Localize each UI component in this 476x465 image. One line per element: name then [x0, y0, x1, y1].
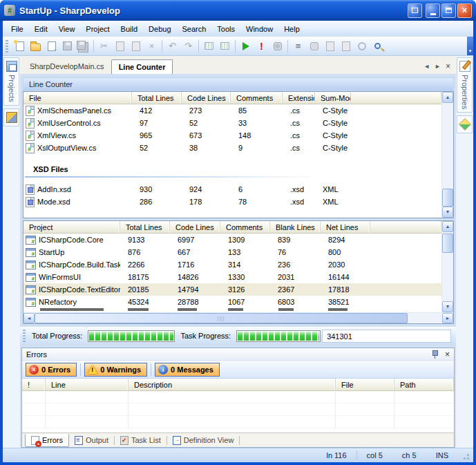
menu-edit[interactable]: Edit [29, 22, 53, 36]
column-header[interactable]: Project [23, 221, 120, 233]
sidebar-item-properties[interactable]: Properties [457, 57, 473, 113]
menu-view[interactable]: View [53, 22, 81, 36]
title-bar[interactable]: # StartUp - SharpDevelop × [0, 0, 476, 21]
column-header[interactable]: Blank Lines [270, 221, 321, 233]
run-button[interactable] [238, 39, 254, 54]
messages-filter-button[interactable]: i 0 Messages [155, 363, 220, 377]
toolbar-overflow-button[interactable]: ▼ [467, 37, 473, 55]
tab-output[interactable]: Output [69, 434, 114, 447]
table-row[interactable]: ICSharpCode.Build.Tasks 2266 1716 314 23… [23, 258, 441, 271]
table-row-selected[interactable]: ICSharpCode.TextEditor 20185 14794 3126 … [23, 283, 441, 296]
table-row[interactable]: AddIn.xsd 930 924 6 .xsd XML [23, 183, 441, 196]
errors-filter-button[interactable]: × 0 Errors [26, 363, 77, 377]
search-button[interactable] [370, 39, 385, 54]
tab-definition-view[interactable]: Definition View [167, 434, 240, 447]
menu-build[interactable]: Build [115, 22, 143, 36]
scroll-left-icon[interactable]: ◄ [23, 313, 35, 323]
build-button[interactable] [201, 39, 217, 54]
menu-help[interactable]: Help [278, 22, 305, 36]
column-header[interactable]: Total Lines [120, 221, 170, 233]
tab-line-counter[interactable]: Line Counter [111, 59, 173, 74]
tab-scroll-left-icon[interactable]: ◄ [423, 63, 430, 70]
scroll-up-icon[interactable]: ▲ [442, 92, 453, 103]
menu-debug[interactable]: Debug [143, 22, 176, 36]
sidebar-item-projects[interactable]: Projects [3, 57, 19, 106]
projects-horizontal-scrollbar[interactable]: ◄ |||| ► [23, 312, 453, 323]
undo-button[interactable]: ↶ [164, 39, 180, 54]
open-file-button[interactable] [28, 39, 44, 54]
save-all-button[interactable] [75, 39, 91, 54]
table-row[interactable]: XmlView.cs 965 673 148 .cs C-Style [23, 129, 441, 142]
scroll-down-icon[interactable]: ▼ [442, 207, 453, 218]
table-row[interactable]: XmlUserControl.cs 97 52 33 .cs C-Style [23, 117, 441, 129]
menu-window[interactable]: Window [240, 22, 278, 36]
column-header[interactable]: Comments [231, 92, 283, 104]
tab-task-list[interactable]: Task List [115, 434, 166, 447]
toggle-bookmark-button[interactable] [306, 39, 322, 54]
maximize-button[interactable] [441, 3, 456, 18]
warnings-filter-button[interactable]: 0 Warnings [84, 363, 147, 377]
column-header[interactable]: Code Lines [170, 221, 220, 233]
prev-bookmark-button[interactable] [322, 39, 338, 54]
paste-button[interactable] [128, 39, 144, 54]
files-vertical-scrollbar[interactable]: ▲ ▼ [441, 92, 453, 218]
column-header[interactable]: ! [22, 379, 46, 390]
toolwindow-toggle-button[interactable] [408, 3, 422, 18]
minimize-button[interactable] [426, 3, 440, 18]
new-file-button[interactable] [12, 39, 28, 54]
menu-tools[interactable]: Tools [211, 22, 240, 36]
tab-sharpdevelopmain[interactable]: SharpDevelopMain.cs [23, 59, 111, 74]
scroll-track[interactable] [442, 253, 453, 301]
table-row[interactable]: Mode.xsd 286 178 78 .xsd XML [23, 196, 441, 208]
progress-gripper[interactable] [23, 330, 26, 342]
scroll-right-icon[interactable]: ► [442, 313, 453, 323]
errors-close-icon[interactable]: × [445, 350, 450, 359]
tab-scroll-right-icon[interactable]: ► [435, 63, 441, 70]
scroll-down-icon[interactable]: ▼ [442, 301, 453, 312]
column-header[interactable]: Description [128, 379, 336, 390]
scroll-track[interactable] [442, 103, 453, 189]
column-header[interactable]: Sum-Mode [315, 92, 351, 104]
close-button[interactable]: × [457, 3, 472, 18]
table-row[interactable]: NRefactory 45324 28788 1067 6803 38521 [23, 296, 441, 308]
copy-button[interactable] [112, 39, 128, 54]
open-solution-button[interactable]: → [44, 39, 59, 54]
scroll-thumb[interactable] [442, 234, 453, 253]
table-row[interactable]: ICSharpCode.Core 9133 6997 1309 839 8294 [23, 234, 441, 246]
scroll-thumb[interactable]: |||| [35, 313, 408, 323]
build-all-button[interactable] [217, 39, 233, 54]
column-header[interactable]: Comments [220, 221, 270, 233]
column-header[interactable]: File [23, 92, 132, 104]
menu-project[interactable]: Project [80, 22, 115, 36]
sidebar-item-tools[interactable] [3, 108, 19, 126]
bookmark-menu-button[interactable]: ≡ [290, 39, 306, 54]
scroll-up-icon[interactable]: ▲ [442, 221, 453, 232]
table-row[interactable]: XslOutputView.cs 52 38 9 .cs C-Style [23, 142, 441, 154]
menu-file[interactable]: File [6, 22, 29, 36]
table-row[interactable]: StartUp 876 667 133 76 800 [23, 246, 441, 258]
column-header[interactable]: Code Lines [182, 92, 231, 104]
clear-bookmarks-button[interactable] [354, 39, 370, 54]
scroll-thumb[interactable] [442, 189, 453, 207]
stop-button[interactable]: ◎ [269, 39, 285, 54]
column-header[interactable]: Path [394, 379, 454, 390]
sidebar-item-toolbox[interactable] [457, 115, 473, 133]
column-header[interactable]: Line [46, 379, 128, 390]
save-button[interactable] [59, 39, 75, 54]
scroll-track[interactable] [408, 313, 442, 323]
next-bookmark-button[interactable] [338, 39, 354, 54]
projects-vertical-scrollbar[interactable]: ▲ ▼ [441, 221, 453, 312]
table-row[interactable]: WinFormsUI 18175 14826 1330 2031 16144 [23, 271, 441, 283]
toolbar-gripper[interactable] [6, 40, 8, 53]
menu-search[interactable]: Search [177, 22, 212, 36]
resize-grip[interactable] [461, 451, 469, 459]
delete-button[interactable]: × [144, 39, 160, 54]
column-header[interactable]: Extension [283, 92, 315, 104]
tab-close-icon[interactable]: × [446, 61, 450, 71]
column-header[interactable]: Total Lines [132, 92, 182, 104]
pin-icon[interactable] [432, 350, 438, 359]
table-row[interactable]: XmlSchemasPanel.cs 412 273 85 .cs C-Styl… [23, 104, 441, 117]
redo-button[interactable]: ↷ [180, 39, 196, 54]
tab-errors[interactable]: Errors [25, 434, 69, 447]
column-header[interactable]: Net Lines [321, 221, 370, 233]
